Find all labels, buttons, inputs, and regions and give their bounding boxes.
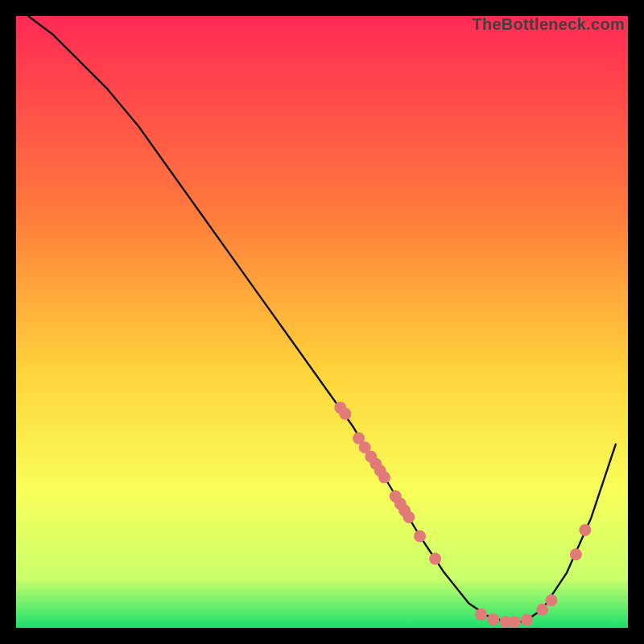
marker-dot	[570, 548, 582, 560]
marker-dot	[487, 613, 499, 625]
bottleneck-curve	[28, 16, 616, 621]
marker-dot	[546, 594, 558, 606]
marker-dot	[402, 511, 415, 523]
marker-dot	[414, 530, 426, 543]
marker-dot	[378, 472, 390, 484]
marker-dot	[536, 604, 548, 616]
plot-area: TheBottleneck.com	[16, 16, 628, 628]
marker-dot	[339, 408, 351, 420]
marker-dot	[429, 553, 441, 565]
marker-dot	[475, 609, 487, 621]
marker-dot	[521, 614, 533, 626]
chart-svg	[16, 16, 628, 628]
marker-dot	[509, 616, 521, 628]
marker-dot	[579, 524, 591, 536]
